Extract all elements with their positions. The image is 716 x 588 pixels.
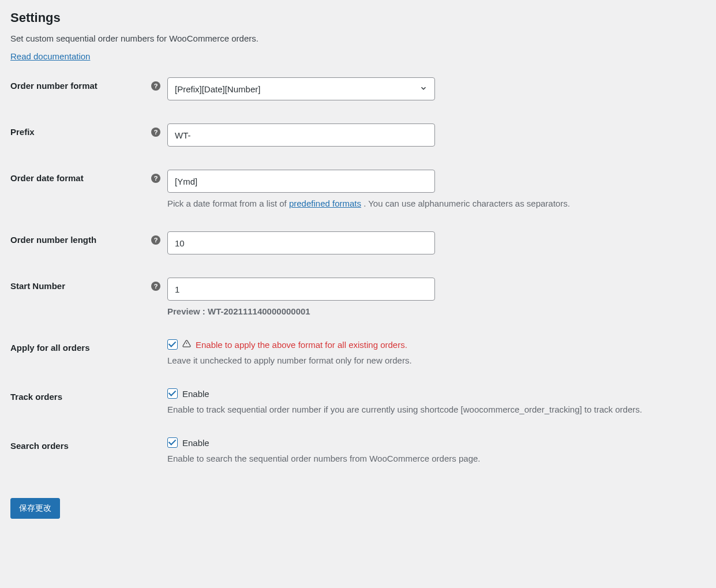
track-orders-description: Enable to track sequential order number …: [167, 405, 706, 414]
date-format-input[interactable]: [167, 170, 435, 193]
length-input[interactable]: [167, 231, 435, 254]
help-icon[interactable]: ?: [151, 235, 160, 245]
track-orders-label: Track orders: [10, 392, 62, 402]
length-label: Order number length: [10, 235, 96, 245]
search-orders-checkbox[interactable]: [167, 437, 178, 448]
date-format-label: Order date format: [10, 173, 84, 183]
page-subtitle: Set custom sequential order numbers for …: [10, 33, 706, 43]
help-icon[interactable]: ?: [151, 81, 160, 91]
page-title: Settings: [10, 10, 706, 25]
save-button[interactable]: 保存更改: [10, 498, 60, 519]
date-format-description: Pick a date format from a list of predef…: [167, 199, 706, 208]
warning-icon: [182, 339, 191, 350]
help-icon[interactable]: ?: [151, 174, 160, 183]
start-number-input[interactable]: [167, 278, 435, 301]
help-icon[interactable]: ?: [151, 128, 160, 137]
format-select[interactable]: [Prefix][Date][Number]: [167, 77, 435, 100]
apply-all-warning-text: Enable to apply the above format for all…: [196, 340, 407, 350]
search-orders-description: Enable to search the sequential order nu…: [167, 454, 706, 463]
apply-all-description: Leave it unchecked to apply number forma…: [167, 355, 706, 365]
prefix-input[interactable]: [167, 123, 435, 147]
track-orders-checkbox[interactable]: [167, 388, 178, 399]
prefix-label: Prefix: [10, 127, 35, 137]
format-label: Order number format: [10, 81, 98, 91]
search-orders-label: Search orders: [10, 441, 69, 451]
help-icon[interactable]: ?: [151, 282, 160, 291]
apply-all-label: Apply for all orders: [10, 343, 90, 353]
track-orders-enable-label: Enable: [182, 389, 209, 399]
apply-all-checkbox[interactable]: [167, 339, 178, 350]
predefined-formats-link[interactable]: predefined formats: [289, 199, 361, 208]
format-select-value: [Prefix][Date][Number]: [175, 84, 260, 94]
preview-text: Preview : WT-202111140000000001: [167, 306, 706, 316]
start-number-label: Start Number: [10, 281, 65, 291]
documentation-link[interactable]: Read documentation: [10, 51, 90, 61]
chevron-down-icon: [419, 84, 428, 94]
search-orders-enable-label: Enable: [182, 438, 209, 448]
